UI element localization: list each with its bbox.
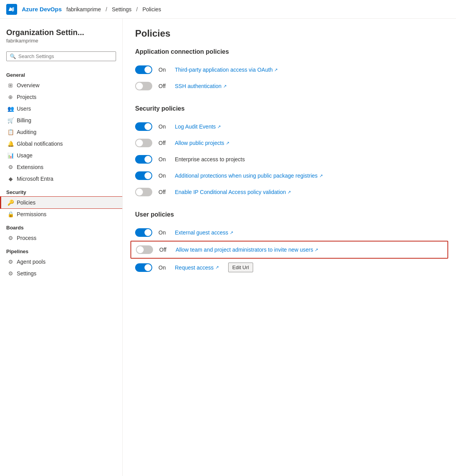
toggle-label-oauth: On	[158, 67, 169, 73]
toggle-log-audit[interactable]	[135, 122, 152, 131]
policy-name-guest-access[interactable]: External guest access ↗	[175, 229, 233, 236]
toggle-label-invite-users: Off	[159, 247, 169, 253]
sidebar-item-process-label: Process	[17, 235, 37, 241]
usage-icon: 📊	[7, 152, 14, 159]
edit-url-button[interactable]: Edit Url	[228, 263, 254, 272]
toggle-thumb-ssh	[136, 83, 143, 90]
auditing-icon: 📋	[7, 129, 14, 135]
link-icon-oauth: ↗	[274, 67, 278, 72]
sidebar-section-general: General	[0, 67, 122, 79]
sidebar-org-subtitle: fabrikamprime	[0, 38, 122, 48]
policy-name-invite-users[interactable]: Allow team and project administrators to…	[176, 247, 318, 253]
link-icon-public-projects: ↗	[226, 141, 229, 146]
sidebar-item-users[interactable]: 👥 Users	[0, 103, 122, 115]
security-title: Security policies	[135, 105, 444, 112]
top-nav: Azure DevOps fabrikamprime / Settings / …	[0, 0, 456, 19]
search-box[interactable]: 🔍	[6, 51, 116, 61]
user-section: User policies On External guest access ↗…	[135, 211, 444, 276]
toggle-enterprise-access[interactable]	[135, 155, 152, 164]
toggle-label-enterprise-access: On	[158, 156, 169, 162]
policies-icon: 🔑	[7, 199, 14, 206]
sidebar-item-overview-label: Overview	[17, 82, 39, 88]
toggle-ip-conditional[interactable]	[135, 188, 152, 196]
settings-pipelines-icon: ⚙	[7, 270, 14, 277]
toggle-package-registries[interactable]	[135, 171, 152, 180]
link-icon-log-audit: ↗	[217, 124, 221, 129]
sidebar-item-agent-pools[interactable]: ⚙ Agent pools	[0, 256, 122, 268]
sidebar-item-billing-label: Billing	[17, 117, 31, 123]
app-connection-title: Application connection policies	[135, 48, 444, 55]
sidebar-item-extensions-label: Extensions	[17, 164, 43, 170]
notifications-icon: 🔔	[7, 141, 14, 147]
policy-name-ip-conditional[interactable]: Enable IP Conditional Access policy vali…	[175, 189, 291, 195]
sidebar-section-security: Security	[0, 185, 122, 197]
users-icon: 👥	[7, 106, 14, 112]
permissions-icon: 🔒	[7, 211, 14, 217]
policy-row-ip-conditional: Off Enable IP Conditional Access policy …	[135, 184, 444, 200]
sidebar-item-overview[interactable]: ⊞ Overview	[0, 79, 122, 91]
sidebar-item-auditing[interactable]: 📋 Auditing	[0, 126, 122, 138]
policy-name-ssh[interactable]: SSH authentication ↗	[175, 83, 227, 89]
sidebar-item-usage[interactable]: 📊 Usage	[0, 150, 122, 161]
link-icon-ip-conditional: ↗	[287, 190, 291, 195]
sidebar-item-entra-label: Microsoft Entra	[17, 176, 53, 182]
toggle-ssh[interactable]	[135, 82, 152, 90]
sidebar-item-global-notifications[interactable]: 🔔 Global notifications	[0, 138, 122, 150]
toggle-label-public-projects: Off	[158, 140, 169, 146]
sidebar-item-agent-pools-label: Agent pools	[17, 259, 46, 265]
overview-icon: ⊞	[7, 82, 14, 88]
sidebar-item-process[interactable]: ⚙ Process	[0, 232, 122, 244]
billing-icon: 🛒	[7, 117, 14, 123]
main-content: Policies Application connection policies…	[123, 19, 456, 476]
sidebar-item-permissions-label: Permissions	[17, 211, 46, 217]
sidebar-item-policies[interactable]: 🔑 Policies	[0, 197, 122, 208]
sidebar-item-settings-pipelines-label: Settings	[17, 270, 37, 277]
link-icon-guest-access: ↗	[230, 230, 233, 235]
breadcrumb-org[interactable]: fabrikamprime	[67, 6, 101, 12]
policy-name-log-audit[interactable]: Log Audit Events ↗	[175, 123, 221, 130]
search-input[interactable]	[18, 53, 113, 59]
breadcrumb-settings[interactable]: Settings	[112, 6, 132, 12]
sidebar-item-policies-label: Policies	[17, 199, 35, 206]
policy-row-log-audit: On Log Audit Events ↗	[135, 118, 444, 135]
toggle-guest-access[interactable]	[135, 228, 152, 237]
breadcrumb-sep-2: /	[136, 6, 138, 12]
sidebar-item-projects[interactable]: ⊕ Projects	[0, 91, 122, 103]
policy-name-oauth[interactable]: Third-party application access via OAuth…	[175, 67, 278, 73]
search-icon: 🔍	[10, 53, 16, 59]
policy-row-public-projects: Off Allow public projects ↗	[135, 135, 444, 151]
policy-name-enterprise-access: Enterprise access to projects	[175, 156, 245, 162]
toggle-oauth[interactable]	[135, 65, 152, 74]
breadcrumb-sep-1: /	[106, 6, 107, 12]
toggle-invite-users[interactable]	[136, 245, 153, 254]
sidebar-item-settings-pipelines[interactable]: ⚙ Settings	[0, 268, 122, 279]
sidebar-item-extensions[interactable]: ⚙ Extensions	[0, 161, 122, 173]
projects-icon: ⊕	[7, 94, 14, 100]
sidebar-section-pipelines: Pipelines	[0, 244, 122, 256]
sidebar-org-title: Organization Settin...	[0, 25, 122, 38]
policy-row-package-registries: On Additional protections when using pub…	[135, 167, 444, 184]
app-name[interactable]: Azure DevOps	[22, 6, 62, 12]
toggle-label-log-audit: On	[158, 123, 169, 130]
policy-name-package-registries[interactable]: Additional protections when using public…	[175, 173, 323, 179]
sidebar-item-billing[interactable]: 🛒 Billing	[0, 115, 122, 126]
policy-row-guest-access: On External guest access ↗	[135, 224, 444, 241]
policy-name-request-access[interactable]: Request access ↗	[175, 264, 219, 271]
sidebar: Organization Settin... fabrikamprime 🔍 G…	[0, 19, 123, 476]
sidebar-item-permissions[interactable]: 🔒 Permissions	[0, 208, 122, 220]
toggle-public-projects[interactable]	[135, 139, 152, 147]
policy-row-invite-users: Off Allow team and project administrator…	[130, 241, 448, 259]
app-connection-section: Application connection policies On Third…	[135, 48, 444, 94]
user-title: User policies	[135, 211, 444, 218]
toggle-request-access[interactable]	[135, 263, 152, 272]
policy-name-public-projects[interactable]: Allow public projects ↗	[175, 140, 229, 146]
entra-icon: ◆	[7, 176, 14, 182]
link-icon-package-registries: ↗	[319, 173, 323, 178]
toggle-label-ip-conditional: Off	[158, 189, 169, 195]
policy-row-enterprise-access: On Enterprise access to projects	[135, 151, 444, 167]
policy-row-ssh: Off SSH authentication ↗	[135, 78, 444, 94]
sidebar-item-microsoft-entra[interactable]: ◆ Microsoft Entra	[0, 173, 122, 185]
policy-row-request-access: On Request access ↗ Edit Url	[135, 259, 444, 276]
link-icon-ssh: ↗	[223, 84, 227, 89]
sidebar-item-global-notifications-label: Global notifications	[17, 141, 63, 147]
